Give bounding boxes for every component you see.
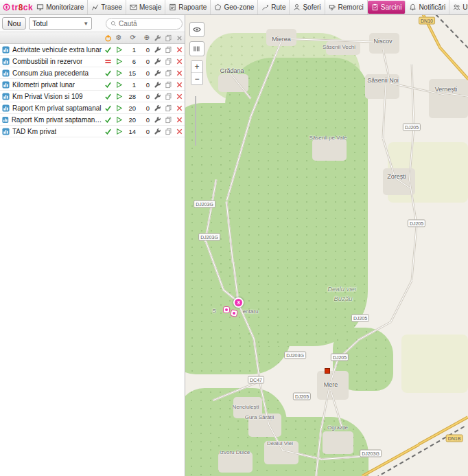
job-row[interactable]: Consum ziua precedenta 15 0 xyxy=(0,67,185,79)
power-column-icon[interactable] xyxy=(102,34,113,42)
zoom-out-button[interactable]: − xyxy=(191,73,202,84)
job-delete-button[interactable] xyxy=(174,81,185,89)
jobs-icon xyxy=(371,3,379,11)
globe-column-icon[interactable]: ⊕ xyxy=(138,34,152,41)
nav-mesaje[interactable]: Mesaje xyxy=(126,0,165,14)
job-execute-button[interactable] xyxy=(113,128,124,135)
visibility-button[interactable] xyxy=(189,22,204,37)
jobs-filter-select[interactable]: Totul ▼ xyxy=(29,17,92,30)
brand-text: tr8ck xyxy=(12,3,33,12)
job-row[interactable]: Activitate vehicule extra lunar 1 0 xyxy=(0,44,185,56)
road-ref-badge: DJ205 xyxy=(408,220,425,227)
delete-column-icon[interactable] xyxy=(174,34,185,42)
logo-icon xyxy=(3,3,10,11)
job-active-icon[interactable] xyxy=(102,93,113,100)
job-copy-button[interactable] xyxy=(163,69,174,77)
nav-notificari[interactable]: Notificări xyxy=(406,0,449,14)
job-copy-button[interactable] xyxy=(163,93,174,100)
unit-marker[interactable] xyxy=(223,306,230,313)
jobs-list: Activitate vehicule extra lunar 1 0 Comb… xyxy=(0,44,185,476)
job-row[interactable]: Km Privat Vision si 109 28 0 xyxy=(0,91,185,102)
road-ref-badge: DC47 xyxy=(248,376,264,384)
job-edit-button[interactable] xyxy=(152,81,163,89)
job-delete-button[interactable] xyxy=(174,93,185,100)
job-active-icon[interactable] xyxy=(102,69,113,77)
map-forest-area xyxy=(225,58,368,346)
nav-geozone[interactable]: Geo-zone xyxy=(211,0,258,14)
main-road-segment xyxy=(362,444,419,476)
job-copy-button[interactable] xyxy=(163,58,174,65)
map-canvas[interactable]: MiereaSăsenii VechiNiscovGrădanaSăsenii … xyxy=(185,15,468,476)
job-delete-button[interactable] xyxy=(174,116,185,124)
job-edit-button[interactable] xyxy=(152,46,163,54)
map-place-label: Nenciulești xyxy=(232,404,259,410)
job-active-icon[interactable] xyxy=(102,128,113,135)
job-inactive-icon[interactable] xyxy=(102,58,113,65)
geofence-point-marker[interactable] xyxy=(325,368,330,374)
job-execute-button[interactable] xyxy=(113,93,124,100)
job-execute-button[interactable] xyxy=(113,58,124,65)
job-count-fail: 0 xyxy=(138,46,152,54)
zoom-controls: + − xyxy=(191,60,203,85)
job-edit-button[interactable] xyxy=(152,128,163,135)
job-execute-button[interactable] xyxy=(113,46,124,54)
map-place-label: Grădana xyxy=(220,67,244,74)
job-active-icon[interactable] xyxy=(102,116,113,124)
job-copy-button[interactable] xyxy=(163,81,174,89)
job-delete-button[interactable] xyxy=(174,128,185,135)
job-active-icon[interactable] xyxy=(102,81,113,89)
measure-button[interactable] xyxy=(189,41,204,56)
job-row[interactable]: Combustibil in rezervor 6 0 xyxy=(0,56,185,67)
monitor-icon xyxy=(36,3,44,11)
job-delete-button[interactable] xyxy=(174,58,185,65)
job-copy-button[interactable] xyxy=(163,46,174,54)
search-input[interactable] xyxy=(119,20,172,27)
refresh-column-icon[interactable]: ⟳ xyxy=(124,34,138,41)
job-delete-button[interactable] xyxy=(174,46,185,54)
nav-trasee[interactable]: Trasee xyxy=(88,0,126,14)
map-place-label: Gura Sărății xyxy=(245,414,274,420)
job-copy-button[interactable] xyxy=(163,128,174,135)
gear-column-icon[interactable]: ⚙ xyxy=(113,34,124,41)
nav-rute[interactable]: Rute xyxy=(258,0,290,14)
nav-utilizatori[interactable]: Utilizatori xyxy=(449,0,468,14)
railway-segment xyxy=(435,15,468,49)
tracks-icon xyxy=(91,3,99,11)
job-execute-button[interactable] xyxy=(113,81,124,89)
unit-cluster-marker[interactable]: 3 xyxy=(233,297,244,308)
job-copy-button[interactable] xyxy=(163,104,174,112)
job-delete-button[interactable] xyxy=(174,69,185,77)
nav-sarcini[interactable]: Sarcini xyxy=(368,1,406,14)
nav-remorci[interactable]: Remorci xyxy=(325,0,368,14)
zoom-in-button[interactable]: + xyxy=(191,61,202,73)
job-active-icon[interactable] xyxy=(102,46,113,54)
job-edit-button[interactable] xyxy=(152,116,163,124)
map-place-label: Săsenii Noi xyxy=(367,77,399,84)
map-village-area xyxy=(218,452,253,473)
job-count-fail: 0 xyxy=(138,128,152,135)
job-edit-button[interactable] xyxy=(152,104,163,112)
job-execute-button[interactable] xyxy=(113,104,124,112)
new-job-button[interactable]: Nou xyxy=(2,17,26,30)
job-row[interactable]: Raport Km privat saptamanal html 20 0 xyxy=(0,114,185,126)
trailer-icon xyxy=(329,3,336,11)
job-edit-button[interactable] xyxy=(152,58,163,65)
job-copy-button[interactable] xyxy=(163,116,174,124)
job-active-icon[interactable] xyxy=(102,104,113,112)
nav-rapoarte[interactable]: Rapoarte xyxy=(165,0,211,14)
job-report-icon xyxy=(2,93,10,100)
job-row[interactable]: Kilometri privat lunar 1 0 xyxy=(0,79,185,91)
job-delete-button[interactable] xyxy=(174,104,185,112)
nav-soferi[interactable]: Șoferi xyxy=(290,0,325,14)
railway-segment xyxy=(369,426,465,476)
job-execute-button[interactable] xyxy=(113,116,124,124)
zoom-slider[interactable] xyxy=(195,96,196,146)
job-row[interactable]: TAD Km privat 14 0 xyxy=(0,126,185,137)
app-logo[interactable]: tr8ck xyxy=(0,0,33,14)
job-row[interactable]: Raport Km privat saptamanal 20 0 xyxy=(0,102,185,114)
road-segment xyxy=(411,64,415,128)
job-edit-button[interactable] xyxy=(152,93,163,100)
job-edit-button[interactable] xyxy=(152,69,163,77)
nav-monitorizare[interactable]: Monitorizare xyxy=(33,0,88,14)
job-execute-button[interactable] xyxy=(113,69,124,77)
